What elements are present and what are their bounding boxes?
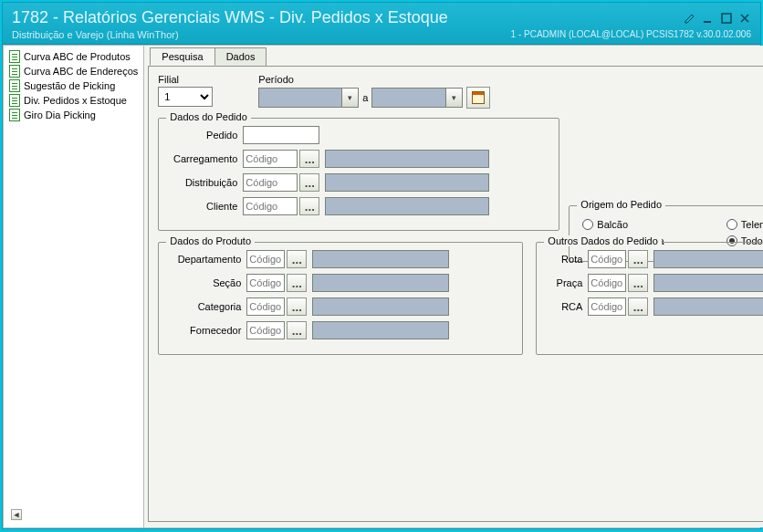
cliente-browse[interactable]: ...: [299, 197, 319, 215]
sidebar-item-label: Curva ABC de Produtos: [24, 51, 131, 62]
pedido-input[interactable]: [243, 126, 319, 144]
sidebar-item-label: Sugestão de Picking: [24, 80, 115, 91]
fornecedor-browse[interactable]: ...: [287, 321, 307, 339]
calendar-icon: [472, 91, 485, 104]
maximize-icon[interactable]: [720, 12, 733, 25]
sidebar-item-label: Div. Pedidos x Estoque: [24, 95, 127, 106]
minimize-icon[interactable]: [702, 12, 715, 25]
top-filter-row: Filial 1 Período ▾ a ▾: [158, 74, 763, 109]
sidebar-item-curva-abc-produtos[interactable]: Curva ABC de Produtos: [5, 49, 141, 64]
departamento-code[interactable]: [246, 250, 285, 268]
row-pedido: Pedido: [168, 126, 549, 144]
group-title: Outros Dados do Pedido: [544, 235, 661, 246]
periodo-from[interactable]: ▾: [258, 88, 359, 108]
chevron-left-icon: ◄: [13, 510, 21, 519]
filial-field: Filial 1: [158, 74, 213, 109]
rota-code[interactable]: [588, 250, 626, 268]
window-controls: [684, 12, 751, 25]
categoria-label: Categoria: [168, 301, 241, 312]
sidebar-item-curva-abc-enderecos[interactable]: Curva ABC de Endereços: [5, 64, 141, 78]
group-title: Dados do Pedido: [166, 111, 250, 122]
secao-browse[interactable]: ...: [287, 274, 307, 292]
filial-label: Filial: [158, 74, 213, 85]
group-outros-dados: Outros Dados do Pedido Rota ... Praça ..…: [536, 242, 763, 355]
row-rota: Rota ...: [546, 250, 763, 268]
row-distribuicao: Distribuição ...: [168, 173, 549, 192]
categoria-browse[interactable]: ...: [287, 297, 307, 316]
distribuicao-browse[interactable]: ...: [299, 173, 319, 192]
window-title: 1782 - Relatórios Gerenciais WMS - Div. …: [12, 8, 448, 27]
praca-browse[interactable]: ...: [628, 274, 648, 292]
sidebar-scroll-left[interactable]: ◄: [11, 509, 22, 520]
radio-icon: [582, 219, 593, 230]
row-secao: Seção ...: [168, 274, 513, 292]
sidebar-item-label: Curva ABC de Endereços: [24, 66, 138, 77]
content-area: Curva ABC de Produtos Curva ABC de Ender…: [3, 45, 760, 528]
group-dados-pedido: Dados do Pedido Pedido Carregamento ... …: [158, 118, 559, 231]
sidebar-item-sugestao-picking[interactable]: Sugestão de Picking: [5, 78, 141, 93]
row-carregamento: Carregamento ...: [168, 150, 549, 168]
categoria-code[interactable]: [246, 297, 285, 316]
fornecedor-label: Fornecedor: [168, 325, 241, 336]
group-title: Dados do Produto: [166, 235, 255, 246]
group-dados-produto: Dados do Produto Departamento ... Seção …: [158, 242, 523, 355]
departamento-label: Departamento: [168, 254, 241, 265]
pedido-label: Pedido: [168, 130, 237, 141]
tab-dados[interactable]: Dados: [214, 47, 267, 66]
periodo-label: Período: [258, 74, 490, 85]
sidebar-item-giro-dia-picking[interactable]: Giro Dia Picking: [5, 108, 141, 122]
secao-label: Seção: [168, 277, 241, 288]
document-icon: [9, 109, 20, 121]
rca-browse[interactable]: ...: [628, 297, 648, 316]
rca-code[interactable]: [588, 297, 626, 316]
chevron-down-icon[interactable]: ▾: [445, 89, 462, 107]
tabstrip: Pesquisa Dados: [144, 46, 763, 66]
row-categoria: Categoria ...: [168, 297, 513, 316]
app-window: 1782 - Relatórios Gerenciais WMS - Div. …: [2, 2, 761, 529]
secao-code[interactable]: [246, 274, 285, 292]
main-panel: Pesquisa Dados Filial 1 Período: [144, 46, 763, 527]
rota-browse[interactable]: ...: [628, 250, 648, 268]
praca-code[interactable]: [588, 274, 626, 292]
praca-display: [653, 274, 763, 292]
secao-display: [312, 274, 449, 292]
radio-label: Balcão: [597, 219, 628, 230]
carregamento-label: Carregamento: [168, 153, 237, 164]
tab-body-pesquisa: Filial 1 Período ▾ a ▾: [148, 66, 763, 522]
window-status: 1 - PCADMIN (LOCAL@LOCAL) PCSIS1782 v.30…: [511, 29, 751, 40]
close-icon[interactable]: [738, 12, 751, 25]
fornecedor-code[interactable]: [246, 321, 285, 339]
periodo-field: Período ▾ a ▾: [258, 74, 490, 109]
row-departamento: Departamento ...: [168, 250, 513, 268]
titlebar-sub: Distribuição e Varejo (Linha WinThor) 1 …: [12, 27, 751, 42]
fornecedor-display: [312, 321, 449, 339]
carregamento-browse[interactable]: ...: [299, 150, 319, 168]
carregamento-code[interactable]: [243, 150, 298, 168]
calendar-button[interactable]: [466, 87, 490, 109]
sidebar-item-div-pedidos-estoque[interactable]: Div. Pedidos x Estoque: [5, 93, 141, 108]
praca-label: Praça: [546, 277, 582, 288]
rota-label: Rota: [546, 254, 582, 265]
cliente-display: [325, 197, 489, 215]
departamento-browse[interactable]: ...: [287, 250, 307, 268]
window-subtitle: Distribuição e Varejo (Linha WinThor): [12, 29, 179, 40]
departamento-display: [312, 250, 449, 268]
periodo-to[interactable]: ▾: [371, 88, 463, 108]
row-rca: RCA ...: [546, 297, 763, 316]
radio-telemarketing[interactable]: Telemarketing: [726, 219, 763, 230]
distribuicao-code[interactable]: [243, 173, 298, 192]
distribuicao-label: Distribuição: [168, 177, 237, 188]
cliente-code[interactable]: [243, 197, 298, 215]
radio-balcao[interactable]: Balcão: [582, 219, 717, 230]
chevron-down-icon[interactable]: ▾: [341, 89, 358, 107]
document-icon: [9, 65, 20, 78]
cliente-label: Cliente: [168, 201, 237, 212]
row-cliente: Cliente ...: [168, 197, 549, 215]
edit-icon[interactable]: [684, 12, 696, 25]
distribuicao-display: [325, 173, 489, 192]
row-praca: Praça ...: [546, 274, 763, 292]
carregamento-display: [325, 150, 489, 168]
filial-select[interactable]: 1: [158, 87, 213, 107]
tab-pesquisa[interactable]: Pesquisa: [150, 47, 214, 66]
rca-label: RCA: [546, 301, 582, 312]
